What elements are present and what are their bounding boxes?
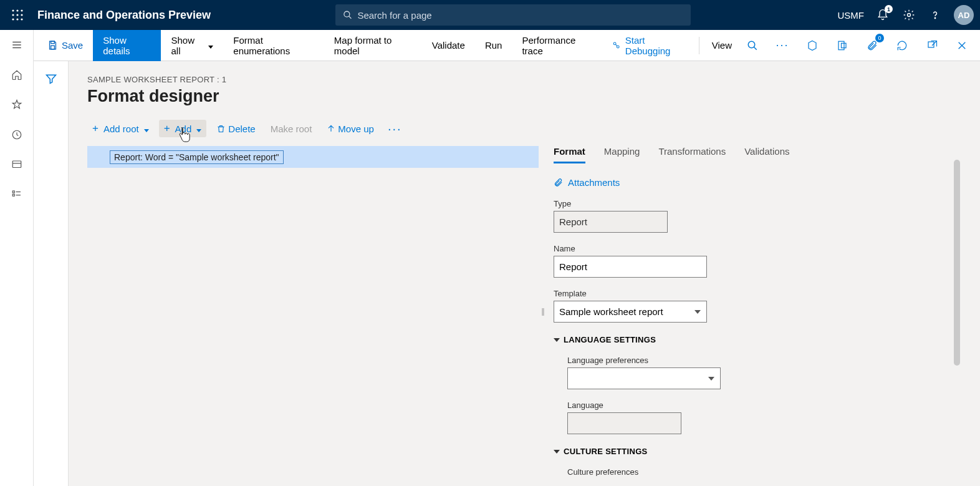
performance-trace-button[interactable]: Performance trace <box>512 30 602 61</box>
app-title: Finance and Operations Preview <box>37 9 211 22</box>
svg-point-27 <box>748 41 755 48</box>
workspaces-icon[interactable] <box>9 157 24 172</box>
user-avatar[interactable]: AD <box>954 5 974 25</box>
svg-line-28 <box>754 47 757 50</box>
make-root-button: Make root <box>266 121 317 137</box>
breadcrumb: SAMPLE WORKSHEET REPORT : 1 <box>87 75 961 84</box>
language-input <box>567 412 681 434</box>
section-language-settings[interactable]: LANGUAGE SETTINGS <box>554 335 961 344</box>
language-settings-label: LANGUAGE SETTINGS <box>564 335 656 344</box>
format-enumerations-button[interactable]: Format enumerations <box>223 30 324 61</box>
name-input[interactable] <box>554 256 707 278</box>
add-root-label: Add root <box>103 124 139 134</box>
notifications-icon[interactable]: 1 <box>875 7 890 22</box>
hamburger-icon[interactable] <box>9 37 24 52</box>
run-button[interactable]: Run <box>475 30 512 61</box>
more-tree-actions-icon[interactable]: ··· <box>384 122 406 136</box>
start-debug-label: Start Debugging <box>625 35 686 56</box>
svg-line-10 <box>349 16 352 19</box>
map-format-to-model-button[interactable]: Map format to model <box>324 30 422 61</box>
home-icon[interactable] <box>9 67 24 82</box>
language-pref-label: Language preferences <box>567 356 961 365</box>
search-icon <box>343 10 352 20</box>
add-label: Add <box>175 124 192 134</box>
svg-point-7 <box>16 18 18 20</box>
show-all-label: Show all <box>171 35 202 56</box>
start-debugging-button[interactable]: Start Debugging <box>602 30 696 61</box>
save-icon <box>47 40 58 51</box>
show-details-button[interactable]: Show details <box>93 30 161 61</box>
field-template: Template <box>554 289 961 323</box>
format-enum-label: Format enumerations <box>233 35 314 56</box>
chevron-down-icon <box>206 40 213 51</box>
trash-icon <box>216 124 226 134</box>
favorites-icon[interactable] <box>9 97 24 112</box>
delete-label: Delete <box>228 124 255 134</box>
run-label: Run <box>485 40 502 51</box>
tree-node-label: Report: Word = "Sample worksheet report" <box>110 150 284 164</box>
debug-icon <box>612 40 621 51</box>
tab-transformations[interactable]: Transformations <box>658 146 726 163</box>
validate-label: Validate <box>432 40 465 51</box>
culture-pref-label: Culture preferences <box>567 467 961 476</box>
chevron-down-icon <box>194 124 201 134</box>
app-launcher-icon[interactable] <box>6 9 29 21</box>
search-input[interactable] <box>357 10 683 21</box>
delete-button[interactable]: Delete <box>211 121 260 137</box>
svg-rect-19 <box>12 191 14 193</box>
add-root-button[interactable]: Add root <box>87 120 154 137</box>
svg-point-4 <box>16 14 18 16</box>
page-title: Format designer <box>87 87 961 106</box>
attachments-label: Attachments <box>568 177 620 188</box>
template-label: Template <box>554 289 961 298</box>
svg-point-9 <box>344 11 350 17</box>
add-button[interactable]: Add <box>159 120 207 137</box>
close-icon[interactable] <box>951 35 973 56</box>
tab-mapping[interactable]: Mapping <box>604 146 640 163</box>
tree-node-selected[interactable]: Report: Word = "Sample worksheet report" <box>87 146 539 168</box>
vertical-scrollbar[interactable] <box>954 160 960 366</box>
svg-point-5 <box>21 14 22 16</box>
tab-validations[interactable]: Validations <box>744 146 789 163</box>
popout-icon[interactable] <box>921 35 943 56</box>
refresh-icon[interactable] <box>891 35 913 56</box>
main-content: SAMPLE WORKSHEET REPORT : 1 Format desig… <box>69 61 980 486</box>
validate-button[interactable]: Validate <box>422 30 475 61</box>
language-pref-select[interactable] <box>567 367 721 389</box>
more-actions-icon[interactable]: ··· <box>772 35 793 56</box>
attachments-link[interactable]: Attachments <box>554 177 961 188</box>
details-tabs: Format Mapping Transformations Validatio… <box>554 146 961 163</box>
splitter-handle[interactable]: ‖ <box>539 146 547 476</box>
help-icon[interactable] <box>928 7 943 22</box>
show-details-label: Show details <box>103 35 151 56</box>
section-culture-settings[interactable]: CULTURE SETTINGS <box>554 447 961 456</box>
settings-icon[interactable] <box>901 7 916 22</box>
arrow-up-icon <box>327 124 335 133</box>
type-input <box>554 211 668 233</box>
show-all-button[interactable]: Show all <box>161 30 223 61</box>
map-format-label: Map format to model <box>334 35 412 56</box>
search-action-icon[interactable] <box>742 35 763 56</box>
field-name: Name <box>554 244 961 278</box>
template-select[interactable] <box>554 301 707 323</box>
svg-point-11 <box>908 14 911 17</box>
separator <box>699 37 699 54</box>
global-search[interactable] <box>335 4 691 26</box>
save-button[interactable]: Save <box>37 30 93 61</box>
recent-icon[interactable] <box>9 127 24 142</box>
move-up-button[interactable]: Move up <box>322 121 379 137</box>
office-addin-icon[interactable] <box>802 35 823 56</box>
svg-point-0 <box>12 9 14 11</box>
svg-point-3 <box>12 14 14 16</box>
view-button[interactable]: View <box>702 30 742 61</box>
tab-format[interactable]: Format <box>554 146 585 163</box>
modules-icon[interactable] <box>9 187 24 202</box>
field-culture-preferences: Culture preferences <box>567 467 961 476</box>
company-code[interactable]: USMF <box>838 10 865 21</box>
perf-trace-label: Performance trace <box>522 35 592 56</box>
attachments-action-icon[interactable]: 0 <box>862 35 883 56</box>
top-nav-bar: Finance and Operations Preview USMF 1 AD <box>0 0 980 30</box>
svg-rect-23 <box>51 41 55 44</box>
filter-icon[interactable] <box>45 72 57 486</box>
open-in-excel-icon[interactable] <box>832 35 853 56</box>
